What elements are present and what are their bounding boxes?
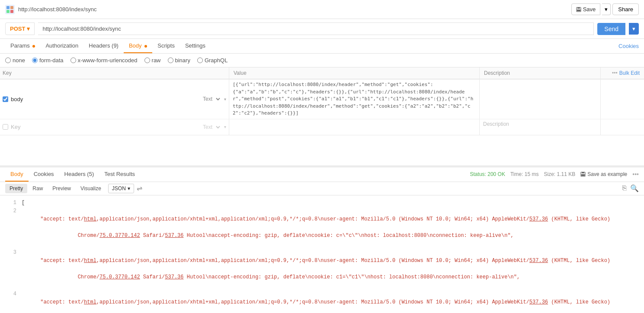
th-actions: ••• Bulk Edit (601, 67, 644, 79)
tab-params[interactable]: Params (5, 39, 40, 53)
form-table-container: Key Value Description ••• Bulk Edit body… (0, 67, 644, 135)
row1-actions (601, 80, 644, 119)
request-bar: POST ▾ Send ▾ (0, 19, 644, 39)
tab-scripts[interactable]: Scripts (152, 39, 180, 53)
body-dot (144, 45, 147, 48)
option-none[interactable]: none (5, 57, 25, 64)
time-text: Time: 15 ms (510, 171, 539, 177)
svg-rect-2 (6, 10, 10, 13)
row1-description[interactable] (480, 80, 601, 119)
code-line-1: 1 [ (0, 199, 644, 207)
tab-authorization[interactable]: Authorization (40, 39, 83, 53)
tab-headers[interactable]: Headers (9) (83, 39, 124, 53)
row1-checkbox[interactable] (3, 96, 8, 102)
code-line-4: 4 "accept: text/html,application/json,ap… (0, 290, 644, 313)
row2-type[interactable]: Text File (199, 123, 221, 131)
row2-checkbox[interactable] (3, 124, 8, 130)
row1-type-chevron: ▾ (224, 97, 226, 102)
svg-rect-6 (577, 10, 580, 11)
save-dropdown-button[interactable]: ▾ (602, 3, 611, 15)
response-tab-headers[interactable]: Headers (5) (59, 167, 99, 182)
method-chevron: ▾ (27, 26, 30, 32)
code-line-3: 3 "accept: text/html,application/json,ap… (0, 249, 644, 290)
send-button[interactable]: Send (597, 23, 625, 35)
response-tab-body[interactable]: Body (5, 167, 29, 182)
format-select[interactable]: JSON ▾ (108, 184, 134, 193)
share-button[interactable]: Share (612, 3, 639, 15)
view-actions: ⎘ 🔍 (622, 184, 639, 192)
table-row: body Text File ▾ [{"url":"http://localho… (0, 80, 644, 119)
view-tab-preview[interactable]: Preview (48, 184, 75, 193)
tab-body[interactable]: Body (124, 39, 152, 53)
response-bar: Body Cookies Headers (5) Test Results St… (0, 167, 644, 182)
spacer (0, 135, 644, 166)
th-description: Description (480, 67, 601, 79)
table-row: Key Text File ▾ Description (0, 119, 644, 135)
method-select[interactable]: POST ▾ (5, 22, 35, 35)
search-button[interactable]: 🔍 (630, 184, 639, 192)
view-tab-pretty[interactable]: Pretty (5, 184, 27, 193)
params-dot (32, 45, 35, 48)
request-tabs: Params Authorization Headers (9) Body Sc… (0, 39, 644, 54)
row1-value[interactable]: [{"url":"http://localhost:8080/index/hea… (229, 80, 480, 119)
body-options: none form-data x-www-form-urlencoded raw… (0, 54, 644, 67)
code-area: 1 [ 2 "accept: text/html,application/jso… (0, 195, 644, 313)
row1-type[interactable]: Text File (199, 95, 221, 103)
option-raw[interactable]: raw (144, 57, 161, 64)
wrap-button[interactable]: ⇌ (137, 184, 142, 192)
send-dropdown-button[interactable]: ▾ (629, 23, 639, 35)
url-input[interactable] (38, 22, 594, 35)
topbar-url: http://localhost:8080/index/sync (18, 6, 568, 13)
status-text: Status: 200 OK (470, 171, 505, 177)
top-bar: http://localhost:8080/index/sync Save ▾ … (0, 0, 644, 19)
copy-button[interactable]: ⎘ (622, 184, 627, 192)
th-value: Value (229, 67, 480, 79)
save-example-button[interactable]: Save as example (580, 171, 627, 177)
row1-key: body (11, 96, 197, 102)
view-tab-visualize[interactable]: Visualize (76, 184, 106, 193)
option-urlencoded[interactable]: x-www-form-urlencoded (70, 57, 138, 64)
row2-description-placeholder[interactable]: Description (480, 119, 601, 135)
response-tab-cookies[interactable]: Cookies (29, 167, 59, 182)
code-line-2: 2 "accept: text/html,application/json,ap… (0, 207, 644, 249)
option-form-data[interactable]: form-data (32, 57, 64, 64)
top-actions: Save ▾ Share (571, 3, 639, 15)
svg-rect-1 (10, 6, 13, 9)
row2-key-placeholder[interactable]: Key (11, 124, 197, 130)
table-header: Key Value Description ••• Bulk Edit (0, 67, 644, 80)
option-binary[interactable]: binary (168, 57, 190, 64)
app-icon (5, 5, 15, 14)
size-text: Size: 1.11 KB (544, 171, 576, 177)
three-dots-icon: ••• (612, 70, 618, 76)
method-label: POST (10, 26, 25, 32)
row2-value-placeholder[interactable] (229, 119, 480, 135)
svg-rect-8 (582, 172, 584, 173)
row2-actions (601, 119, 644, 135)
svg-rect-0 (6, 6, 10, 9)
format-chevron: ▾ (128, 185, 130, 192)
svg-rect-9 (581, 174, 585, 176)
view-tab-raw[interactable]: Raw (28, 184, 47, 193)
svg-rect-5 (577, 7, 580, 9)
option-graphql[interactable]: GraphQL (197, 57, 227, 64)
svg-rect-3 (10, 10, 13, 13)
more-options-button[interactable]: ••• (632, 171, 639, 178)
cookies-link[interactable]: Cookies (618, 43, 639, 49)
row2-type-chevron: ▾ (224, 125, 226, 129)
tab-settings[interactable]: Settings (180, 39, 211, 53)
save-button[interactable]: Save (571, 3, 601, 15)
response-status-bar: Status: 200 OK Time: 15 ms Size: 1.11 KB… (470, 171, 639, 178)
th-key: Key (0, 67, 229, 79)
view-tabs: Pretty Raw Preview Visualize JSON ▾ ⇌ ⎘ … (0, 182, 644, 195)
response-tab-test-results[interactable]: Test Results (99, 167, 140, 182)
